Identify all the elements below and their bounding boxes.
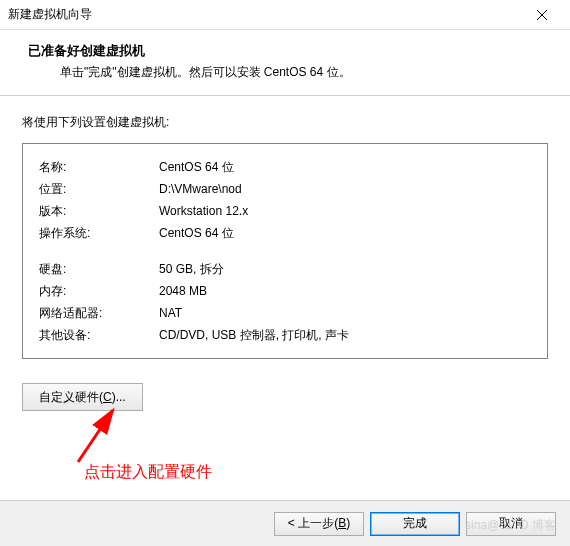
btn-text-pre: 自定义硬件( [39, 390, 103, 404]
row-value: Workstation 12.x [159, 200, 531, 222]
row-label: 硬盘: [39, 258, 159, 280]
row-label: 其他设备: [39, 324, 159, 346]
window-title: 新建虚拟机向导 [8, 6, 522, 23]
cancel-button[interactable]: 取消 [466, 512, 556, 536]
btn-text-pre: < 上一步( [288, 516, 338, 530]
row-version: 版本:Workstation 12.x [39, 200, 531, 222]
row-other: 其他设备:CD/DVD, USB 控制器, 打印机, 声卡 [39, 324, 531, 346]
row-value: CentOS 64 位 [159, 156, 531, 178]
row-name: 名称:CentOS 64 位 [39, 156, 531, 178]
row-value: D:\VMware\nod [159, 178, 531, 200]
row-value: CD/DVD, USB 控制器, 打印机, 声卡 [159, 324, 531, 346]
row-label: 名称: [39, 156, 159, 178]
wizard-header: 已准备好创建虚拟机 单击"完成"创建虚拟机。然后可以安装 CentOS 64 位… [0, 30, 570, 96]
row-label: 位置: [39, 178, 159, 200]
finish-button[interactable]: 完成 [370, 512, 460, 536]
row-value: CentOS 64 位 [159, 222, 531, 244]
row-network: 网络适配器:NAT [39, 302, 531, 324]
settings-label: 将使用下列设置创建虚拟机: [22, 114, 548, 131]
settings-summary-box: 名称:CentOS 64 位 位置:D:\VMware\nod 版本:Works… [22, 143, 548, 359]
row-location: 位置:D:\VMware\nod [39, 178, 531, 200]
customize-hardware-button[interactable]: 自定义硬件(C)... [22, 383, 143, 411]
row-label: 网络适配器: [39, 302, 159, 324]
row-disk: 硬盘:50 GB, 拆分 [39, 258, 531, 280]
row-label: 版本: [39, 200, 159, 222]
header-heading: 已准备好创建虚拟机 [28, 42, 542, 60]
wizard-footer: < 上一步(B) 完成 取消 [0, 500, 570, 546]
row-memory: 内存:2048 MB [39, 280, 531, 302]
row-value: NAT [159, 302, 531, 324]
titlebar: 新建虚拟机向导 [0, 0, 570, 30]
close-icon [537, 10, 547, 20]
wizard-content: 将使用下列设置创建虚拟机: 名称:CentOS 64 位 位置:D:\VMwar… [0, 96, 570, 421]
annotation-text: 点击进入配置硬件 [84, 462, 212, 483]
btn-key: C [103, 390, 112, 404]
row-label: 操作系统: [39, 222, 159, 244]
btn-key: B [338, 516, 346, 530]
btn-text-post: ) [346, 516, 350, 530]
back-button[interactable]: < 上一步(B) [274, 512, 364, 536]
row-value: 2048 MB [159, 280, 531, 302]
close-button[interactable] [522, 3, 562, 27]
header-subtext: 单击"完成"创建虚拟机。然后可以安装 CentOS 64 位。 [28, 64, 542, 81]
row-label: 内存: [39, 280, 159, 302]
row-os: 操作系统:CentOS 64 位 [39, 222, 531, 244]
row-value: 50 GB, 拆分 [159, 258, 531, 280]
btn-text-post: )... [112, 390, 126, 404]
